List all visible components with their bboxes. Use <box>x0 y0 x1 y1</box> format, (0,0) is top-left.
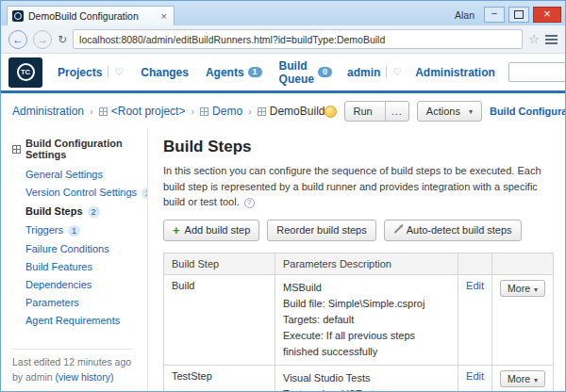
breadcrumb-item-administration[interactable]: Administration <box>12 105 84 118</box>
nav-item-changes[interactable]: Changes <box>141 66 189 79</box>
refresh-icon[interactable] <box>58 33 67 46</box>
breadcrumb-item-demobuild: DemoBuild <box>258 105 325 118</box>
project-icon <box>200 107 208 116</box>
nav-item-label: Changes <box>141 66 189 79</box>
breadcrumb-actions: Run ... Actions Build Configuration Home <box>325 101 566 122</box>
help-icon[interactable] <box>244 198 255 208</box>
sidebar-item-label: Dependencies <box>25 279 92 290</box>
autodetect-label: Auto-detect build steps <box>407 224 512 236</box>
sidebar-item-version-control-settings[interactable]: Version Control Settings1 <box>12 184 142 203</box>
breadcrumb-item-root-project[interactable]: <Root project> <box>99 105 186 118</box>
teamcity-logo[interactable]: TC <box>8 57 42 88</box>
nav-item-administration[interactable]: Administration <box>415 66 495 79</box>
favorites-heart-icon[interactable] <box>108 66 124 78</box>
breadcrumb-item-demo[interactable]: Demo <box>200 105 242 118</box>
admin-user-label: admin <box>347 66 380 79</box>
reorder-label: Reorder build steps <box>276 224 366 236</box>
build-configuration-home-link[interactable]: Build Configuration Home <box>490 106 566 117</box>
address-bar <box>1 25 565 54</box>
breadcrumb-separator: › <box>248 106 252 117</box>
sidebar-item-label: Agent Requirements <box>25 315 120 326</box>
add-build-step-button[interactable]: Add build step <box>163 220 259 241</box>
view-history-link[interactable]: (view history) <box>56 371 114 383</box>
forward-button[interactable] <box>33 30 52 49</box>
nav-item-build-queue[interactable]: Build Queue0 <box>279 59 332 86</box>
project-icon <box>258 107 266 116</box>
breadcrumb-label: DemoBuild <box>270 105 325 118</box>
search-box <box>508 62 566 82</box>
actions-button[interactable]: Actions <box>417 101 482 122</box>
browser-menu-icon[interactable] <box>545 34 558 44</box>
column-header-parameters: Parameters Description <box>275 253 458 274</box>
autodetect-build-steps-button[interactable]: Auto-detect build steps <box>384 220 522 241</box>
settings-sidebar: Build Configuration Settings General Set… <box>1 128 148 391</box>
edit-cell: Edit <box>458 365 492 391</box>
reorder-build-steps-button[interactable]: Reorder build steps <box>267 220 375 241</box>
toolbar: Add build step Reorder build steps Auto-… <box>163 220 554 241</box>
nav-item-admin[interactable]: admin <box>347 66 402 79</box>
sidebar-item-agent-requirements[interactable]: Agent Requirements <box>12 312 142 330</box>
sidebar-count-badge: 1 <box>68 225 80 237</box>
column-header-edit <box>458 253 492 274</box>
close-button[interactable] <box>533 7 561 23</box>
description-line: MSBuild <box>283 280 450 296</box>
sidebar-item-build-steps[interactable]: Build Steps2 <box>12 203 142 221</box>
browser-tab[interactable]: DemoBuild Configuration <box>7 6 175 25</box>
header-right: admin Administration <box>347 62 566 82</box>
page-body: Build Configuration Settings General Set… <box>1 128 565 391</box>
nav-count-badge: 0 <box>318 67 332 77</box>
hint-lightbulb-icon[interactable] <box>325 106 337 118</box>
build-steps-table: Build Step Parameters Description BuildM… <box>163 253 554 392</box>
build-step-name: TestStep <box>164 365 275 391</box>
breadcrumb-label: Administration <box>12 105 84 118</box>
breadcrumb-separator: › <box>90 106 93 117</box>
sidebar-item-parameters[interactable]: Parameters <box>12 294 142 312</box>
teamcity-header: TC ProjectsChangesAgents1Build Queue0 ad… <box>1 54 565 93</box>
plus-icon <box>173 224 180 237</box>
nav-item-projects[interactable]: Projects <box>58 66 124 79</box>
sidebar-item-label: Version Control Settings <box>25 187 137 198</box>
favorites-star-icon[interactable] <box>528 32 540 46</box>
project-icon <box>99 107 108 116</box>
url-box <box>73 29 523 49</box>
description-line: Targets: default <box>283 312 450 328</box>
sidebar-item-dependencies[interactable]: Dependencies <box>12 276 142 294</box>
more-button[interactable]: More <box>500 280 545 297</box>
sidebar-item-build-features[interactable]: Build Features <box>12 258 142 276</box>
sidebar-item-label: Failure Conditions <box>25 243 109 254</box>
sidebar-item-label: Parameters <box>25 297 79 308</box>
run-button[interactable]: Run ... <box>344 101 408 122</box>
maximize-button[interactable] <box>508 7 529 23</box>
build-step-description: MSBuildBuild file: Simple\Simple.csprojT… <box>275 274 458 365</box>
edit-link[interactable]: Edit <box>466 370 484 382</box>
column-header-build-step: Build Step <box>164 253 275 274</box>
tab-close-icon[interactable] <box>159 10 169 22</box>
settings-grid-icon <box>12 145 21 154</box>
table-row: TestStepVisual Studio TestsTest engine: … <box>164 365 554 391</box>
nav-count-badge: 1 <box>248 67 262 77</box>
main-content: Build Steps In this section you can conf… <box>148 128 565 391</box>
edit-link[interactable]: Edit <box>466 280 484 291</box>
description-line: Execute: If all previous steps finished … <box>283 328 450 360</box>
description-line: Visual Studio Tests <box>283 370 450 386</box>
favorites-heart-icon[interactable] <box>386 66 402 78</box>
more-button[interactable]: More <box>500 370 545 387</box>
edited-by-label: by admin <box>12 371 53 383</box>
sidebar-item-label: General Settings <box>25 169 103 180</box>
title-bar: DemoBuild Configuration Alan <box>1 1 565 25</box>
search-input[interactable] <box>508 62 566 82</box>
url-input[interactable] <box>74 34 522 45</box>
breadcrumb: Administration›<Root project>›Demo›DemoB… <box>12 105 325 118</box>
sidebar-item-general-settings[interactable]: General Settings <box>12 166 142 184</box>
sidebar-item-triggers[interactable]: Triggers1 <box>12 221 142 240</box>
section-description-text: In this section you can configure the se… <box>163 165 541 207</box>
back-button[interactable] <box>8 30 27 49</box>
browser-window: DemoBuild Configuration Alan TC Projects… <box>0 0 566 392</box>
run-menu-trigger[interactable]: ... <box>385 102 408 121</box>
sidebar-title: Build Configuration Settings <box>12 138 142 160</box>
last-edited-label: Last edited 12 minutes ago <box>12 355 133 370</box>
nav-item-agents[interactable]: Agents1 <box>206 66 262 79</box>
minimize-button[interactable] <box>484 7 505 23</box>
sidebar-item-failure-conditions[interactable]: Failure Conditions <box>12 240 142 258</box>
nav-item-label: Agents <box>206 66 244 79</box>
